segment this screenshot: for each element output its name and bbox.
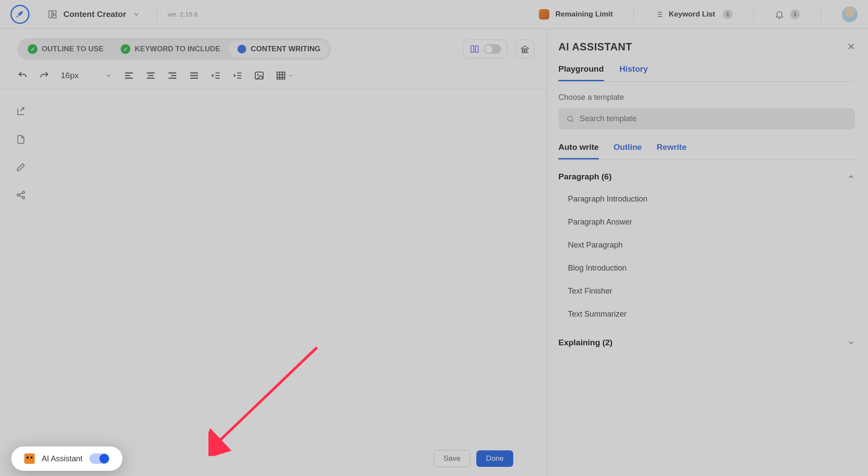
template-item[interactable]: Paragraph Answer: [558, 211, 855, 234]
editor-body: [0, 89, 547, 476]
step-row: OUTLINE TO USE KEYWORD TO INCLUDE CONTEN…: [0, 29, 547, 64]
step-pills: OUTLINE TO USE KEYWORD TO INCLUDE CONTEN…: [17, 38, 331, 60]
brand-title: Content Creator: [63, 10, 126, 19]
two-column-icon: [470, 44, 479, 54]
redo-icon[interactable]: [39, 70, 50, 81]
chevron-down-icon: [132, 10, 140, 18]
divider: [634, 7, 634, 22]
search-icon: [566, 115, 574, 123]
left-rail: [0, 89, 42, 476]
template-item[interactable]: Blog Introduction: [558, 257, 855, 280]
font-size-value: 16px: [61, 71, 79, 80]
tab-playground[interactable]: Playground: [558, 64, 604, 81]
editor-canvas[interactable]: [42, 89, 547, 476]
step-outline-label: OUTLINE TO USE: [42, 45, 103, 53]
done-button[interactable]: Done: [476, 450, 513, 467]
svg-rect-3: [471, 46, 474, 53]
credit-icon: [539, 9, 549, 20]
main-layout: OUTLINE TO USE KEYWORD TO INCLUDE CONTEN…: [0, 29, 868, 476]
section-paragraph-title: Paragraph (6): [558, 172, 611, 182]
align-justify-icon[interactable]: [189, 70, 199, 81]
ai-toggle[interactable]: [89, 453, 109, 464]
bell-icon: [775, 10, 784, 19]
template-item[interactable]: Text Summarizer: [558, 303, 855, 326]
panel-title: AI ASSISTANT: [558, 41, 632, 53]
editor-toolbar: 16px: [0, 64, 547, 89]
svg-rect-1: [53, 10, 56, 13]
section-explaining[interactable]: Explaining (2): [558, 338, 855, 347]
ai-assistant-label: AI Assistant: [42, 454, 83, 463]
version-label: ver. 2.15.6: [168, 10, 198, 18]
step-keyword[interactable]: KEYWORD TO INCLUDE: [112, 40, 229, 58]
import-icon[interactable]: [16, 106, 26, 117]
template-item[interactable]: Next Paragraph: [558, 234, 855, 257]
keyword-list-button[interactable]: Keyword List 1: [655, 10, 733, 19]
bot-icon: [24, 453, 35, 464]
svg-point-6: [257, 74, 259, 76]
notifications-button[interactable]: 1: [775, 10, 800, 19]
section-explaining-title: Explaining (2): [558, 338, 613, 347]
bank-icon: [520, 44, 530, 54]
image-icon[interactable]: [254, 70, 264, 81]
edit-icon[interactable]: [16, 162, 26, 172]
chevron-down-icon: [288, 73, 293, 78]
outdent-icon[interactable]: [211, 70, 221, 81]
subtab-rewrite[interactable]: Rewrite: [657, 142, 686, 159]
undo-icon[interactable]: [17, 70, 28, 81]
library-button[interactable]: [515, 40, 535, 59]
template-subtabs: Auto write Outline Rewrite: [558, 142, 855, 160]
align-right-icon[interactable]: [167, 70, 178, 81]
save-button[interactable]: Save: [434, 450, 471, 467]
template-item[interactable]: Text Finisher: [558, 280, 855, 303]
share-icon[interactable]: [16, 190, 26, 200]
step-keyword-label: KEYWORD TO INCLUDE: [135, 45, 220, 53]
remaining-limit[interactable]: Remaining Limit: [539, 9, 613, 20]
app-logo[interactable]: [10, 5, 30, 24]
divider: [157, 7, 157, 22]
subtab-outline[interactable]: Outline: [614, 142, 642, 159]
bottom-bar: AI Assistant Save Done: [0, 446, 526, 471]
tab-history[interactable]: History: [620, 64, 648, 81]
table-icon: [276, 70, 286, 81]
list-icon: [655, 10, 663, 19]
font-size-select[interactable]: 16px: [61, 71, 112, 80]
svg-point-11: [568, 116, 572, 121]
notif-badge: 1: [790, 10, 800, 19]
layout-switch[interactable]: [484, 44, 501, 54]
subtab-auto[interactable]: Auto write: [558, 142, 599, 159]
editor-column: OUTLINE TO USE KEYWORD TO INCLUDE CONTEN…: [0, 29, 547, 476]
choose-template-label: Choose a template: [558, 93, 855, 102]
avatar[interactable]: [842, 7, 858, 22]
step-outline[interactable]: OUTLINE TO USE: [19, 40, 112, 58]
template-search-input[interactable]: [580, 114, 847, 123]
brand-selector[interactable]: Content Creator: [42, 6, 146, 23]
svg-rect-7: [277, 72, 285, 79]
step-content-label: CONTENT WRITING: [251, 45, 320, 53]
indent-icon[interactable]: [232, 70, 243, 81]
template-search[interactable]: [558, 108, 855, 129]
chevron-down-icon: [847, 339, 855, 347]
export-icon[interactable]: [16, 134, 26, 145]
layout-toggle[interactable]: [463, 40, 508, 59]
remaining-label: Remaining Limit: [555, 10, 613, 19]
feather-icon: [15, 10, 25, 19]
chevron-down-icon: [105, 72, 112, 79]
panel-tabs: Playground History: [558, 64, 855, 82]
divider: [753, 7, 754, 22]
check-icon: [28, 44, 37, 54]
section-paragraph[interactable]: Paragraph (6): [558, 172, 855, 182]
align-left-icon[interactable]: [124, 70, 134, 81]
svg-rect-5: [255, 72, 263, 79]
template-item[interactable]: Paragraph Introduction: [558, 188, 855, 211]
svg-rect-4: [475, 46, 478, 53]
step-content[interactable]: CONTENT WRITING: [229, 40, 329, 58]
keyword-list-label: Keyword List: [669, 10, 715, 19]
table-dropdown[interactable]: [276, 70, 293, 81]
divider: [821, 7, 821, 22]
layout-icon: [48, 10, 57, 19]
close-icon[interactable]: ✕: [847, 41, 855, 53]
topbar: Content Creator ver. 2.15.6 Remaining Li…: [0, 0, 868, 29]
align-center-icon[interactable]: [145, 70, 156, 81]
ai-assistant-chip[interactable]: AI Assistant: [11, 446, 122, 471]
assistant-panel: AI ASSISTANT ✕ Playground History Choose…: [547, 29, 868, 476]
